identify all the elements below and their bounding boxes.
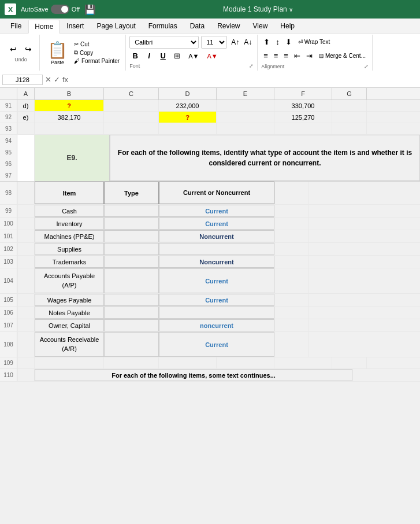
fill-color-button[interactable]: A▼ xyxy=(185,51,202,61)
confirm-formula-icon[interactable]: ✓ xyxy=(54,75,60,84)
cell-reference-input[interactable] xyxy=(2,75,43,85)
col-header-c[interactable]: C xyxy=(104,88,159,99)
redo-button[interactable]: ↪ xyxy=(22,43,35,56)
col-header-d[interactable]: D xyxy=(159,88,217,99)
cell-a105[interactable] xyxy=(17,294,35,306)
bold-button[interactable]: B xyxy=(129,50,141,61)
align-left-button[interactable]: ≡ xyxy=(261,50,270,62)
cell-b108[interactable]: Accounts Receivable(A/R) xyxy=(35,332,104,357)
cell-g100[interactable] xyxy=(274,217,309,230)
align-bottom-button[interactable]: ⬇ xyxy=(283,36,294,48)
cell-c100[interactable] xyxy=(104,217,159,230)
cell-e92[interactable] xyxy=(217,112,274,123)
cell-b106[interactable]: Notes Payable xyxy=(35,307,104,319)
cell-g105[interactable] xyxy=(274,294,309,306)
cell-c105[interactable] xyxy=(104,294,159,306)
cell-a107[interactable] xyxy=(17,319,35,331)
cell-c107[interactable] xyxy=(104,319,159,331)
menu-file[interactable]: File xyxy=(5,20,27,33)
cell-a101[interactable] xyxy=(17,230,35,242)
formula-input[interactable] xyxy=(70,75,418,85)
cell-g99[interactable] xyxy=(274,205,309,217)
col-header-f[interactable]: F xyxy=(274,88,332,99)
cell-def101[interactable]: Noncurrent xyxy=(159,230,274,242)
cell-e91[interactable] xyxy=(217,100,274,111)
cancel-formula-icon[interactable]: ✕ xyxy=(45,75,51,84)
cell-b100[interactable]: Inventory xyxy=(35,217,104,230)
cell-def103[interactable]: Noncurrent xyxy=(159,256,274,268)
cell-b102[interactable]: Supplies xyxy=(35,243,104,255)
cell-e109[interactable] xyxy=(217,357,274,368)
font-name-select[interactable]: Calibri xyxy=(129,36,199,49)
font-decrease-button[interactable]: A↓ xyxy=(242,37,254,47)
cell-g109[interactable] xyxy=(332,357,367,368)
cell-g102[interactable] xyxy=(274,243,309,255)
cell-g92[interactable] xyxy=(332,112,367,123)
cell-a100[interactable] xyxy=(17,217,35,230)
autosave-toggle[interactable] xyxy=(51,5,69,14)
menu-home[interactable]: Home xyxy=(28,20,60,34)
cell-b105[interactable]: Wages Payable xyxy=(35,294,104,306)
align-top-button[interactable]: ⬆ xyxy=(261,36,272,48)
cell-g108[interactable] xyxy=(274,332,309,357)
col-header-g[interactable]: G xyxy=(332,88,367,99)
cell-c109[interactable] xyxy=(104,357,159,368)
font-increase-button[interactable]: A↑ xyxy=(229,37,241,47)
title-dropdown-icon[interactable]: ∨ xyxy=(289,6,293,13)
save-icon[interactable]: 💾 xyxy=(84,4,96,15)
cell-e93[interactable] xyxy=(217,123,274,134)
menu-review[interactable]: Review xyxy=(211,20,246,33)
cell-def104[interactable]: Current xyxy=(159,268,274,293)
cell-b109[interactable] xyxy=(35,357,104,368)
cell-a98[interactable] xyxy=(17,182,35,204)
cell-g91[interactable] xyxy=(332,100,367,111)
cell-g101[interactable] xyxy=(274,230,309,242)
cell-g103[interactable] xyxy=(274,256,309,268)
menu-data[interactable]: Data xyxy=(184,20,210,33)
cell-b110-text[interactable]: For each of the following items, some te… xyxy=(35,369,352,381)
cell-g106[interactable] xyxy=(274,307,309,319)
decrease-indent-button[interactable]: ⇤ xyxy=(292,50,303,62)
cell-a102[interactable] xyxy=(17,243,35,255)
cell-f91[interactable]: 330,700 xyxy=(274,100,332,111)
cell-a108[interactable] xyxy=(17,332,35,357)
cell-g104[interactable] xyxy=(274,268,309,293)
cell-c104[interactable] xyxy=(104,268,159,293)
cell-d92[interactable]: ? xyxy=(159,112,217,123)
cell-a103[interactable] xyxy=(17,256,35,268)
cell-a106[interactable] xyxy=(17,307,35,319)
cell-b98-item[interactable]: Item xyxy=(35,182,104,204)
cell-b91[interactable]: ? xyxy=(35,100,104,111)
cell-f92[interactable]: 125,270 xyxy=(274,112,332,123)
cell-c103[interactable] xyxy=(104,256,159,268)
italic-button[interactable]: I xyxy=(143,50,155,61)
merge-center-button[interactable]: ⊟ Merge & Cent... xyxy=(316,51,369,61)
paste-button[interactable]: 📋 Paste xyxy=(44,39,70,67)
menu-help[interactable]: Help xyxy=(274,20,300,33)
copy-button[interactable]: ⧉ Copy xyxy=(73,49,121,57)
cut-button[interactable]: ✂ Cut xyxy=(73,40,121,48)
cell-def102[interactable] xyxy=(159,243,274,255)
menu-page-layout[interactable]: Page Layout xyxy=(91,20,141,33)
align-middle-button[interactable]: ↕ xyxy=(273,36,282,48)
wrap-text-button[interactable]: ⏎ Wrap Text xyxy=(295,37,333,47)
cell-a91[interactable]: d) xyxy=(17,100,35,111)
col-header-b[interactable]: B xyxy=(35,88,104,99)
font-color-button[interactable]: A▼ xyxy=(204,51,220,61)
alignment-group-expand[interactable]: ⤢ xyxy=(364,64,369,69)
cell-c99[interactable] xyxy=(104,205,159,217)
menu-formulas[interactable]: Formulas xyxy=(143,20,183,33)
cell-b99[interactable]: Cash xyxy=(35,205,104,217)
cell-d109[interactable] xyxy=(159,357,217,368)
cell-b103[interactable]: Trademarks xyxy=(35,256,104,268)
cell-c101[interactable] xyxy=(104,230,159,242)
underline-button[interactable]: U xyxy=(157,50,169,61)
cell-c93[interactable] xyxy=(104,123,159,134)
cell-c108[interactable] xyxy=(104,332,159,357)
cell-c91[interactable] xyxy=(104,100,159,111)
cell-def98-currentnon[interactable]: Current or Noncurrent xyxy=(159,182,274,204)
cell-b101[interactable]: Machines (PP&E) xyxy=(35,230,104,242)
cell-a104[interactable] xyxy=(17,268,35,293)
cell-def108[interactable]: Current xyxy=(159,332,274,357)
font-size-select[interactable]: 11 xyxy=(201,36,227,49)
